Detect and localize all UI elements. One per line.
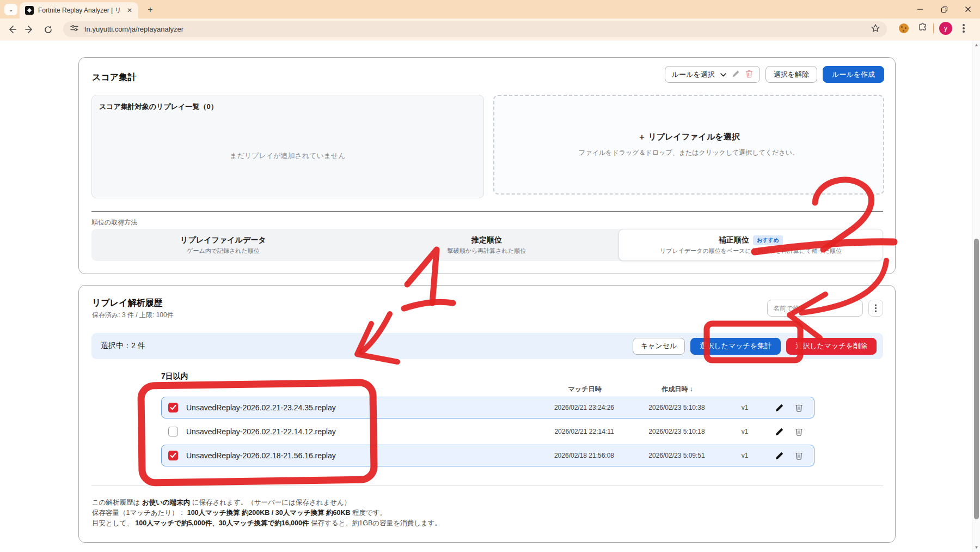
match-date: 2026/02/21 23:24:26	[535, 404, 633, 411]
scrollbar-up-icon[interactable]: ▲	[973, 43, 979, 47]
delete-trash-icon[interactable]	[789, 451, 808, 460]
selected-count-label: 選択中：2 件	[101, 341, 633, 351]
browser-menu-icon[interactable]	[963, 27, 965, 29]
window-controls	[908, 0, 980, 19]
scrollbar-thumb[interactable]	[974, 239, 979, 519]
url-text[interactable]: fn.yuyutti.com/ja/replayanalyzer	[84, 25, 865, 33]
table-row[interactable]: UnsavedReplay-2026.02.21-22.14.12.replay…	[161, 421, 814, 442]
reload-icon[interactable]	[41, 23, 54, 36]
version-label: v1	[720, 428, 769, 435]
table-row[interactable]: UnsavedReplay-2026.02.18-21.56.16.replay…	[161, 445, 814, 466]
rank-method-label: 順位の取得方法	[91, 218, 137, 227]
restore-icon[interactable]	[932, 0, 956, 19]
delete-selected-button[interactable]: 選択したマッチを削除	[786, 338, 877, 355]
storage-note-line3: 目安として、 100人マッチで約5,000件、30人マッチ換算で約16,000件…	[92, 519, 442, 528]
rank-option-estimated[interactable]: 推定順位 撃破順から再計算された順位	[355, 229, 618, 261]
row-checkbox[interactable]	[168, 427, 178, 436]
extensions-puzzle-icon[interactable]	[918, 22, 928, 34]
replay-history-card: リプレイ解析履歴 保存済み: 3 件 / 上限: 100件 選択中：2 件 キャ…	[78, 285, 896, 543]
back-icon[interactable]	[5, 23, 19, 36]
bookmark-star-icon[interactable]	[871, 23, 880, 35]
table-row[interactable]: UnsavedReplay-2026.02.21-23.24.35.replay…	[161, 397, 814, 418]
edit-pencil-icon[interactable]	[769, 451, 789, 460]
close-icon[interactable]	[956, 0, 980, 19]
aggregate-label: 選択したマッチを集計	[700, 341, 771, 351]
rank-option-title: リプレイファイルデータ	[180, 235, 266, 245]
history-count-text: 保存済み: 3 件 / 上限: 100件	[92, 311, 174, 320]
rank-option-title: 補正順位	[719, 235, 749, 245]
rule-select-dropdown[interactable]: ルールを選択	[665, 66, 760, 83]
tab-search-button[interactable]: ⌄	[4, 4, 17, 15]
deselect-button[interactable]: 選択を解除	[765, 66, 817, 83]
url-bar[interactable]: fn.yuyutti.com/ja/replayanalyzer	[63, 21, 887, 37]
rank-option-title: 推定順位	[471, 235, 502, 245]
chevron-down-icon	[720, 70, 726, 78]
aggregation-target-panel: スコア集計対象のリプレイ一覧（0） まだリプレイが追加されていません	[91, 95, 484, 198]
row-checkbox[interactable]	[168, 403, 178, 413]
rank-method-segmented-control: リプレイファイルデータ ゲーム内で記録された順位 推定順位 撃破順から再計算され…	[91, 229, 883, 261]
rank-option-desc: ゲーム内で記録された順位	[187, 247, 260, 255]
create-rule-label: ルールを作成	[832, 70, 875, 80]
col-created-date[interactable]: 作成日時 ↓	[634, 385, 721, 394]
scrollbar-down-icon[interactable]: ▼	[973, 545, 979, 550]
col-match-date: マッチ日時	[536, 385, 634, 394]
delete-trash-icon[interactable]	[789, 403, 808, 412]
match-date: 2026/02/21 22:14:11	[535, 428, 633, 435]
kebab-icon	[875, 307, 877, 310]
site-settings-icon[interactable]	[70, 23, 79, 35]
recommended-badge: おすすめ	[753, 235, 783, 245]
match-date: 2026/02/18 21:56:08	[535, 452, 633, 459]
created-date: 2026/02/23 5:09:51	[633, 452, 720, 459]
rank-option-replay-data[interactable]: リプレイファイルデータ ゲーム内で記録された順位	[91, 229, 355, 261]
history-section-title: リプレイ解析履歴	[92, 298, 163, 309]
version-label: v1	[720, 404, 769, 411]
aggregation-target-header: スコア集計対象のリプレイ一覧（0）	[99, 102, 218, 112]
cancel-label: キャンセル	[641, 341, 677, 351]
card2-divider	[91, 486, 883, 486]
edit-rule-pencil-icon[interactable]	[732, 70, 740, 80]
delete-rule-trash-icon[interactable]	[745, 70, 753, 80]
row-checkbox[interactable]	[168, 451, 178, 460]
page-scrollbar[interactable]: ▲ ▼	[972, 40, 980, 552]
score-aggregation-card: スコア集計 ルールを選択 選択を解除 ルールを作成 スコア集計対象のリプレイ一覧…	[78, 57, 896, 274]
replay-file-dropzone[interactable]: ＋ リプレイファイルを選択 ファイルをドラッグ＆ドロップ、またはクリックして選択…	[493, 95, 884, 195]
minimize-icon[interactable]	[908, 0, 932, 19]
replay-name: UnsavedReplay-2026.02.21-22.14.12.replay	[186, 427, 336, 436]
profile-avatar[interactable]: y	[939, 22, 952, 35]
history-menu-button[interactable]	[868, 300, 883, 317]
dropzone-hint: ファイルをドラッグ＆ドロップ、またはクリックして選択してください。	[579, 148, 799, 157]
date-group-label: 7日以内	[161, 372, 188, 381]
tab-title: Fortnite Replay Analyzer | リプレ	[38, 6, 121, 15]
aggregation-empty-text: まだリプレイが追加されていません	[92, 151, 483, 161]
aggregate-selected-button[interactable]: 選択したマッチを集計	[690, 338, 781, 355]
deselect-label: 選択を解除	[774, 70, 809, 80]
tab-close-icon[interactable]: ✕	[125, 6, 134, 15]
browser-tab-strip: ⌄ Fortnite Replay Analyzer | リプレ ✕ +	[0, 0, 980, 19]
card1-divider	[91, 211, 883, 212]
rank-option-desc: 撃破順から再計算された順位	[448, 247, 526, 255]
delete-label: 選択したマッチを削除	[795, 341, 867, 351]
browser-tab[interactable]: Fortnite Replay Analyzer | リプレ ✕	[20, 2, 138, 19]
chevron-down-icon: ⌄	[8, 6, 13, 13]
storage-note-line1: この解析履歴は お使いの端末内 に保存されます。（サーバーには保存されません）	[92, 498, 351, 507]
edit-pencil-icon[interactable]	[769, 427, 789, 436]
create-rule-button[interactable]: ルールを作成	[823, 66, 884, 83]
delete-trash-icon[interactable]	[789, 427, 808, 436]
created-date: 2026/02/23 5:10:38	[633, 404, 720, 411]
replay-name: UnsavedReplay-2026.02.21-23.24.35.replay	[186, 403, 336, 412]
score-section-title: スコア集計	[92, 72, 136, 83]
toolbar-divider	[933, 23, 934, 33]
rank-option-desc: リプレイデータの順位をベースに欠損個所を再計算にて補った順位	[660, 247, 842, 255]
replay-name: UnsavedReplay-2026.02.18-21.56.16.replay	[186, 451, 336, 460]
forward-icon[interactable]	[23, 23, 36, 36]
new-tab-button[interactable]: +	[145, 4, 156, 15]
dropzone-title: ＋ リプレイファイルを選択	[638, 132, 739, 142]
search-input[interactable]	[767, 300, 863, 317]
cookie-extension-icon[interactable]	[899, 23, 909, 33]
table-header-row: マッチ日時 作成日時 ↓	[161, 385, 814, 394]
rank-option-corrected[interactable]: 補正順位 おすすめ リプレイデータの順位をベースに欠損個所を再計算にて補った順位	[618, 229, 883, 261]
edit-pencil-icon[interactable]	[769, 403, 789, 413]
cancel-button[interactable]: キャンセル	[633, 338, 685, 355]
storage-note-line2: 保存容量（1マッチあたり）： 100人マッチ換算 約200KB / 30人マッチ…	[92, 508, 387, 518]
rule-select-label: ルールを選択	[672, 70, 715, 80]
